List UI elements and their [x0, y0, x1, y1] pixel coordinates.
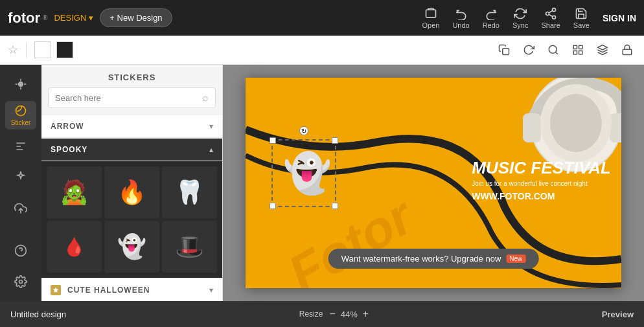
- toolbar-right: [495, 41, 636, 59]
- svg-line-5: [549, 10, 553, 12]
- design-name: Untitled design: [10, 310, 66, 319]
- svg-rect-29: [610, 113, 621, 142]
- bottom-center: Resize − 44% +: [299, 308, 369, 320]
- upgrade-banner[interactable]: Want watermark-free works? Upgrade now N…: [328, 249, 539, 269]
- music-festival-title: MUSIC FESTIVAL: [472, 159, 611, 177]
- effects-icon: [14, 171, 27, 184]
- arrow-label: ARROW: [51, 122, 84, 131]
- spooky-grid: 🧟 🔥 🦷 🩸 👻 🎩: [41, 161, 222, 278]
- rotate-button[interactable]: [520, 41, 538, 59]
- toolbar-row: ☆: [0, 36, 644, 65]
- stickers-title: STICKERS: [41, 65, 222, 87]
- sticker-label: sticker: [11, 119, 31, 126]
- svg-point-31: [550, 94, 602, 152]
- search-button[interactable]: [544, 41, 562, 59]
- layers-icon: [14, 78, 27, 91]
- svg-rect-0: [426, 10, 435, 17]
- sidebar-item-layers[interactable]: [5, 70, 36, 98]
- top-nav: fotor ® DESIGN ▾ + New Design Open Undo …: [0, 0, 644, 36]
- sidebar-item-upload[interactable]: [5, 194, 36, 223]
- divider: [26, 42, 27, 58]
- sticker-flame[interactable]: 🔥: [104, 166, 159, 218]
- music-subtitle: Join us for a wonderful live concert nig…: [472, 179, 611, 188]
- sidebar-item-sticker[interactable]: sticker: [5, 101, 36, 130]
- redo-icon: [485, 7, 498, 20]
- stickers-panel: STICKERS ⌕ ARROW ▾ SPOOKY ▴ 🧟 🔥 🦷 🩸 👻 🎩: [41, 65, 223, 301]
- canvas-area: Fotor MUSIC FESTIVAL Join us for a wonde…: [223, 65, 644, 301]
- sticker-fangs[interactable]: 🦷: [162, 166, 217, 218]
- svg-rect-9: [573, 45, 577, 49]
- preview-button[interactable]: Preview: [602, 310, 634, 319]
- open-icon: [424, 7, 437, 20]
- black-color-swatch[interactable]: [56, 41, 73, 58]
- spooky-label: SPOOKY: [51, 145, 87, 154]
- cute-halloween-chevron: ▾: [209, 286, 213, 295]
- layers-button[interactable]: [593, 41, 612, 59]
- sticker-ghost[interactable]: 👻: [104, 221, 159, 273]
- category-spooky[interactable]: SPOOKY ▴: [41, 138, 222, 161]
- logo-text: fotor: [8, 10, 40, 27]
- new-badge: New: [506, 254, 525, 263]
- bottom-left: Untitled design: [10, 310, 66, 319]
- redo-tool[interactable]: Redo: [483, 7, 500, 29]
- svg-rect-14: [623, 49, 632, 54]
- category-arrow[interactable]: ARROW ▾: [41, 115, 222, 138]
- search-input[interactable]: [55, 93, 198, 103]
- logo-area: fotor ®: [8, 10, 47, 27]
- svg-point-1: [553, 8, 556, 11]
- svg-rect-6: [503, 49, 509, 55]
- arrow-chevron: ▾: [209, 122, 213, 131]
- design-button[interactable]: DESIGN ▾: [54, 13, 93, 23]
- music-url: WWW.FOTOR.COM: [472, 191, 611, 201]
- left-sidebar: sticker: [0, 65, 41, 301]
- copy-button[interactable]: [495, 41, 513, 59]
- save-icon: [575, 7, 588, 20]
- svg-line-4: [549, 14, 553, 16]
- resize-button[interactable]: Resize: [299, 310, 323, 319]
- svg-line-8: [555, 52, 557, 54]
- svg-marker-13: [598, 45, 608, 51]
- svg-marker-25: [53, 288, 58, 293]
- upload-icon: [14, 202, 27, 215]
- spooky-chevron: ▴: [209, 145, 213, 154]
- zoom-in-button[interactable]: +: [363, 308, 369, 320]
- category-cute-halloween[interactable]: CUTE HALLOWEEN ▾: [41, 278, 222, 301]
- sidebar-item-help[interactable]: [5, 236, 36, 265]
- svg-rect-12: [579, 51, 582, 54]
- sticker-witch-hat[interactable]: 🎩: [162, 221, 217, 273]
- nav-tools: Open Undo Redo Sync Share Save: [422, 7, 589, 29]
- save-tool[interactable]: Save: [573, 7, 590, 29]
- sync-tool[interactable]: Sync: [512, 7, 528, 29]
- ghost-sticker[interactable]: 👻: [278, 142, 336, 204]
- sign-in-button[interactable]: SIGN IN: [603, 13, 636, 23]
- lock-button[interactable]: [618, 41, 636, 59]
- white-color-swatch[interactable]: [34, 41, 51, 58]
- grid-button[interactable]: [569, 41, 587, 59]
- bottom-right: Preview: [602, 310, 634, 319]
- help-icon: [14, 244, 27, 257]
- zoom-out-button[interactable]: −: [329, 308, 335, 320]
- settings-icon: [14, 275, 27, 288]
- favorite-icon[interactable]: ☆: [8, 43, 18, 57]
- svg-point-3: [553, 16, 556, 19]
- main-area: sticker STICKERS ⌕ ARROW ▾: [0, 65, 644, 301]
- sidebar-item-settings[interactable]: [5, 267, 36, 296]
- sticker-mummy[interactable]: 🧟: [47, 166, 102, 218]
- undo-icon: [455, 7, 468, 20]
- share-icon: [544, 7, 557, 20]
- svg-point-24: [19, 280, 23, 284]
- sticker-blood[interactable]: 🩸: [47, 221, 102, 273]
- svg-point-15: [18, 82, 23, 87]
- undo-tool[interactable]: Undo: [452, 7, 469, 29]
- share-tool[interactable]: Share: [541, 7, 560, 29]
- new-design-button[interactable]: + New Design: [100, 8, 172, 27]
- sidebar-item-text[interactable]: [5, 132, 36, 161]
- open-tool[interactable]: Open: [422, 7, 439, 29]
- zoom-level: 44%: [341, 310, 358, 319]
- text-icon: [14, 140, 27, 153]
- sidebar-item-effects[interactable]: [5, 163, 36, 192]
- upgrade-text: Want watermark-free works? Upgrade now: [341, 254, 501, 264]
- search-icon[interactable]: ⌕: [202, 92, 209, 104]
- svg-point-2: [546, 12, 549, 15]
- search-box: ⌕: [48, 87, 216, 108]
